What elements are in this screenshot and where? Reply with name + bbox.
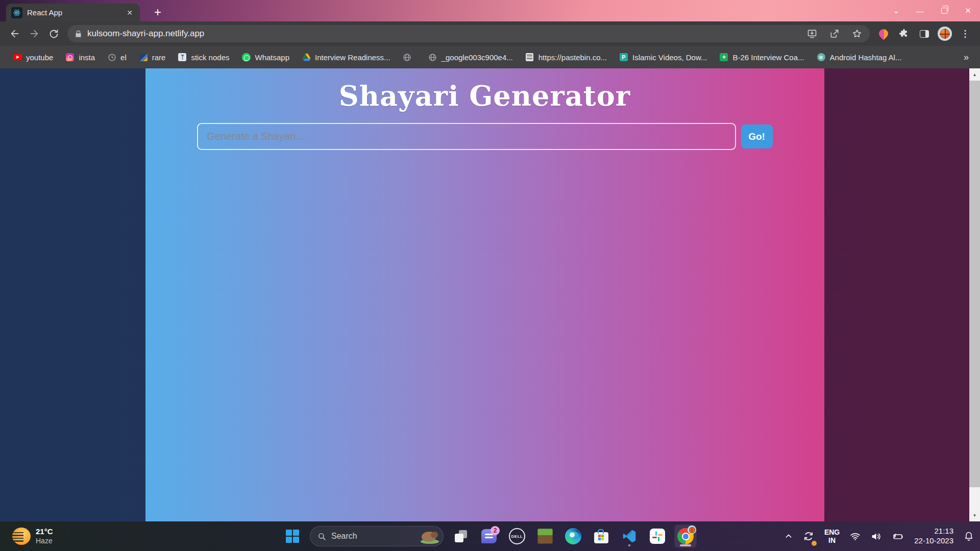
- weather-widget[interactable]: 21°C Haze: [8, 521, 57, 551]
- tray-time: 21:13: [934, 527, 953, 536]
- stick-nodes-icon: ᛉ: [178, 53, 187, 62]
- avatar-icon: [938, 27, 952, 41]
- bookmark-rare[interactable]: rare: [134, 50, 170, 64]
- chat-button[interactable]: 2: [478, 525, 500, 547]
- profile-avatar[interactable]: [935, 24, 954, 43]
- shayari-app-container: Shayari Generator Go!: [145, 68, 824, 521]
- slack-button[interactable]: [647, 525, 668, 547]
- notifications-button[interactable]: [962, 525, 976, 547]
- new-tab-button[interactable]: +: [149, 4, 166, 20]
- scroll-up-button[interactable]: ▲: [969, 68, 980, 81]
- search-companion-image: [420, 528, 440, 544]
- forward-button[interactable]: [24, 24, 44, 43]
- browser-tab[interactable]: React App ✕: [6, 4, 140, 21]
- taskbar-search[interactable]: Search: [310, 526, 444, 546]
- dell-app-button[interactable]: DELL: [506, 525, 528, 547]
- page-scrollbar[interactable]: ▲ ▼: [969, 68, 980, 521]
- bookmark-whatsapp[interactable]: Whatsapp: [237, 50, 295, 64]
- windows-taskbar: 21°C Haze Search 2 DELL: [0, 521, 980, 551]
- tab-title: React App: [27, 8, 120, 17]
- bookmarks-overflow-button[interactable]: »: [961, 52, 972, 63]
- green-plus-icon: +: [719, 53, 728, 62]
- pastebin-icon: [525, 53, 534, 62]
- window-minimize-button[interactable]: —: [908, 0, 932, 21]
- bookmark-android-hashtag[interactable]: Android Hashtag Al...: [812, 50, 906, 64]
- globe-icon: [403, 53, 412, 62]
- star-icon: [852, 29, 862, 39]
- start-button[interactable]: [282, 525, 303, 547]
- bookmark-globe-1[interactable]: [398, 50, 421, 64]
- window-close-button[interactable]: ✕: [956, 0, 980, 21]
- react-favicon-icon: [11, 7, 22, 18]
- share-icon: [829, 29, 840, 39]
- bookmark-islamic-videos[interactable]: P Islamic Videos, Dow...: [615, 50, 712, 64]
- teal-p-icon: P: [619, 53, 628, 62]
- forward-icon: [29, 28, 40, 39]
- extensions-button[interactable]: [894, 24, 914, 43]
- taskbar-center: Search 2 DELL: [282, 521, 696, 551]
- share-button[interactable]: [826, 25, 843, 42]
- update-status-button[interactable]: [801, 525, 816, 547]
- weather-temperature: 21°C: [36, 527, 53, 537]
- window-restore-button[interactable]: [932, 0, 956, 21]
- scrollbar-thumb[interactable]: [969, 81, 980, 487]
- microsoft-store-button[interactable]: [591, 525, 612, 547]
- volume-icon: [871, 531, 881, 542]
- language-code: ENG: [824, 528, 840, 536]
- minecraft-icon: [537, 529, 553, 544]
- menu-button[interactable]: ⋮: [955, 24, 975, 43]
- color-picker-extension-button[interactable]: [874, 24, 893, 43]
- update-alert-dot: [812, 541, 817, 546]
- clock-widget[interactable]: 21:13 22-10-2023: [912, 525, 955, 547]
- reload-icon: [48, 29, 59, 39]
- microsoft-store-icon: [594, 529, 609, 543]
- go-button[interactable]: Go!: [741, 124, 773, 148]
- kebab-menu-icon: ⋮: [961, 28, 970, 39]
- side-panel-button[interactable]: [915, 24, 934, 43]
- scroll-down-button[interactable]: ▼: [969, 509, 980, 521]
- google-drive-icon: [302, 53, 311, 62]
- bookmark-pastebin[interactable]: https://pastebin.co...: [521, 50, 611, 64]
- minecraft-button[interactable]: [534, 525, 556, 547]
- generator-row: Go!: [145, 123, 824, 150]
- volume-button[interactable]: [869, 525, 884, 547]
- bookmark-b26-interview[interactable]: + B-26 Interview Coa...: [715, 50, 808, 64]
- tab-close-icon[interactable]: ✕: [125, 8, 135, 18]
- instagram-icon: [65, 53, 75, 62]
- chrome-button[interactable]: [675, 525, 696, 547]
- profile-badge-icon: [688, 525, 696, 534]
- extension-area: ⋮: [874, 24, 975, 43]
- vscode-button[interactable]: [619, 525, 640, 547]
- address-bar[interactable]: kulsoom-shayri-app.netlify.app: [67, 25, 870, 42]
- tray-date: 22-10-2023: [914, 536, 953, 546]
- tray-overflow-button[interactable]: [782, 525, 795, 547]
- reload-button[interactable]: [44, 24, 63, 43]
- bookmark-interview-readiness[interactable]: Interview Readiness...: [297, 50, 395, 64]
- shayari-input[interactable]: [197, 123, 736, 150]
- battery-button[interactable]: [890, 525, 906, 547]
- language-switcher[interactable]: ENG IN: [822, 525, 842, 547]
- teal-knot-icon: [817, 53, 826, 62]
- bookmark-star-button[interactable]: [848, 25, 866, 42]
- page-title: Shayari Generator: [145, 80, 824, 112]
- bookmark-insta[interactable]: insta: [61, 50, 100, 64]
- bookmark-google003[interactable]: _google003c900e4...: [424, 50, 518, 64]
- install-app-button[interactable]: [803, 25, 821, 42]
- page-viewport: Shayari Generator Go! ▲ ▼: [0, 68, 980, 521]
- slack-icon: [650, 529, 665, 544]
- browser-frame: React App ✕ + ⌄ — ✕: [0, 0, 980, 21]
- chat-badge: 2: [491, 526, 500, 535]
- edge-button[interactable]: [562, 525, 584, 547]
- browser-toolbar: kulsoom-shayri-app.netlify.app ⋮: [0, 21, 980, 46]
- window-chevron-icon[interactable]: ⌄: [884, 0, 908, 21]
- restore-icon: [941, 8, 947, 14]
- task-view-button[interactable]: [450, 525, 472, 547]
- bell-icon: [964, 531, 974, 541]
- bookmark-youtube[interactable]: youtube: [8, 50, 58, 64]
- bookmark-stick-nodes[interactable]: ᛉ stick nodes: [173, 50, 234, 64]
- bookmark-el[interactable]: el: [103, 50, 131, 64]
- edge-icon: [565, 528, 581, 544]
- language-region: IN: [828, 536, 836, 544]
- wifi-button[interactable]: [848, 525, 863, 547]
- back-button[interactable]: [5, 24, 24, 43]
